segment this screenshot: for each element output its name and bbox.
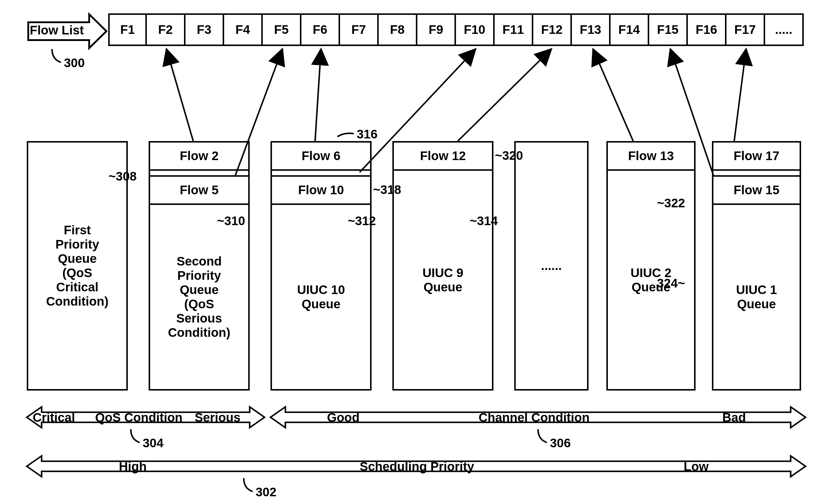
flow-cell: F11 — [495, 13, 533, 46]
flow-slot: Flow 17 — [713, 143, 800, 171]
svg-line-6 — [593, 49, 633, 141]
flow-cell: F3 — [185, 13, 224, 46]
queue-body: Second Priority Queue (QoS Serious Condi… — [150, 205, 248, 389]
qos-mid: QoS Condition — [95, 410, 182, 425]
channel-right: Bad — [722, 410, 746, 425]
flow-cell: F15 — [649, 13, 688, 46]
flow-slot-spacer — [150, 171, 248, 177]
queue-uiuc-1: Flow 17 Flow 15 UIUC 1 Queue — [712, 141, 801, 391]
ref-306: 306 — [550, 436, 571, 450]
flow-cell: F12 — [533, 13, 572, 46]
svg-line-7 — [734, 49, 746, 141]
ref-310: ~310 — [217, 214, 245, 228]
priority-left: High — [119, 459, 146, 474]
flow-slot: Flow 13 — [608, 143, 694, 171]
ref-300: 300 — [64, 56, 85, 70]
flow-cell: F14 — [610, 13, 649, 46]
flow-list-row: F1 F2 F3 F4 F5 F6 F7 F8 F9 F10 F11 F12 F… — [108, 13, 804, 46]
ref-304: 304 — [143, 436, 163, 450]
qos-right: Serious — [195, 410, 241, 425]
flow-cell: F2 — [147, 13, 185, 46]
ref-324: 324~ — [657, 276, 685, 290]
svg-line-3 — [315, 49, 321, 141]
flow-cell: F4 — [224, 13, 263, 46]
channel-mid: Channel Condition — [479, 410, 589, 425]
ref-322: ~322 — [657, 196, 685, 210]
queue-uiuc-9: Flow 12 UIUC 9 Queue — [392, 141, 493, 391]
queue-body: UIUC 10 Queue — [272, 205, 370, 389]
flow-cell: F16 — [688, 13, 727, 46]
flow-cell: F17 — [727, 13, 765, 46]
flow-cell: F1 — [108, 13, 147, 46]
queue-second-priority: Flow 2 Flow 5 Second Priority Queue (QoS… — [149, 141, 250, 391]
ref-302: 302 — [256, 485, 277, 499]
flowlist-label: Flow List — [30, 23, 84, 37]
queue-uiuc-2: Flow 13 UIUC 2 Queue — [606, 141, 696, 391]
ref-312: ~312 — [348, 214, 376, 228]
queue-ellipsis: ...... — [514, 141, 588, 391]
ref-314: ~314 — [470, 214, 498, 228]
ref-308: ~308 — [108, 169, 137, 184]
flow-slot-spacer — [713, 171, 800, 177]
svg-line-5 — [458, 49, 551, 141]
flow-cell: F9 — [417, 13, 456, 46]
flow-slot: Flow 5 — [150, 177, 248, 205]
svg-line-1 — [166, 49, 193, 141]
queue-body: ...... — [516, 143, 587, 389]
qos-left: Critical — [33, 410, 75, 425]
queue-body: UIUC 9 Queue — [394, 171, 492, 389]
flow-cell: F5 — [263, 13, 301, 46]
channel-left: Good — [327, 410, 360, 425]
diagram-canvas: Flow List 300 F1 F2 F3 F4 F5 F6 F7 F8 F9… — [0, 0, 821, 504]
flow-slot-spacer — [272, 171, 370, 177]
flow-slot: Flow 10 — [272, 177, 370, 205]
ref-316: 316 — [357, 127, 378, 141]
flow-slot: Flow 2 — [150, 143, 248, 171]
flow-cell: ..... — [765, 13, 804, 46]
flow-slot: Flow 6 — [272, 143, 370, 171]
priority-mid: Scheduling Priority — [360, 459, 474, 474]
flow-cell: F10 — [456, 13, 495, 46]
flow-cell: F6 — [301, 13, 340, 46]
queue-uiuc-10: Flow 6 Flow 10 UIUC 10 Queue — [271, 141, 372, 391]
flow-slot: Flow 12 — [394, 143, 492, 171]
queue-body: UIUC 1 Queue — [713, 205, 800, 389]
flow-cell: F7 — [340, 13, 379, 46]
flow-cell: F13 — [572, 13, 610, 46]
flow-cell: F8 — [379, 13, 417, 46]
priority-right: Low — [684, 459, 709, 474]
flow-slot: Flow 15 — [713, 177, 800, 205]
